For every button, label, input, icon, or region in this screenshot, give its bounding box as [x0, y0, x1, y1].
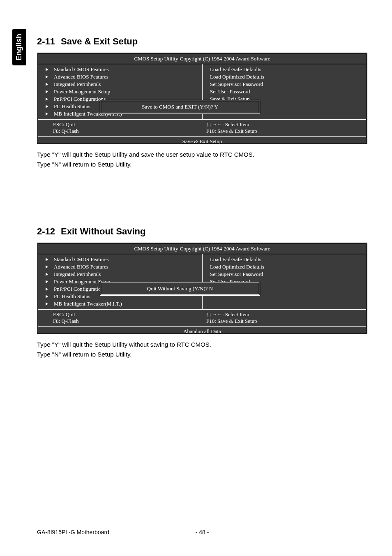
section-title-2-12: 2-12Exit Without Saving	[37, 226, 367, 237]
menu-label: Load Fail-Safe Defaults	[210, 66, 261, 73]
menu-label: Set Supervisor Password	[210, 81, 263, 88]
bullet-icon	[46, 112, 48, 116]
arrows-select-hint: ↑↓→←: Select Item	[206, 121, 362, 128]
bios-screenshot-1: CMOS Setup Utility-Copyright (C) 1984-20…	[37, 53, 367, 144]
menu-label: Set Supervisor Password	[210, 271, 263, 278]
f8-qflash-hint: F8: Q-Flash	[53, 318, 198, 324]
explain-text-2a: Type "Y" will quit the Setup Utility wit…	[37, 340, 367, 350]
bios-footer-right: ↑↓→←: Select Item F10: Save & Exit Setup	[202, 120, 366, 136]
dialog-text: Save to CMOS and EXIT (Y/N)? Y	[142, 104, 218, 110]
menu-label: Power Management Setup	[54, 88, 110, 95]
menu-item-mb-tweaker[interactable]: MB Intelligent Tweaker(M.I.T.)	[38, 300, 202, 308]
menu-label: Standard CMOS Features	[54, 66, 109, 73]
bullet-icon	[46, 83, 48, 86]
bullet-icon	[46, 295, 48, 298]
esc-quit-hint: ESC: Quit	[53, 311, 198, 318]
menu-label: Integrated Peripherals	[54, 271, 101, 278]
section-num: 2-12	[37, 226, 55, 236]
bullet-icon	[46, 287, 48, 291]
footer-product-name: GA-8I915PL-G Motherboard	[37, 529, 196, 535]
f10-save-hint: F10: Save & Exit Setup	[206, 128, 362, 134]
arrows-select-hint: ↑↓→←: Select Item	[206, 311, 362, 318]
explain-text-2b: Type "N" will return to Setup Utility.	[37, 350, 367, 359]
footer-right-spacer	[209, 529, 367, 535]
menu-item-fail-safe[interactable]: Load Fail-Safe Defaults	[203, 256, 366, 263]
bios-title-bar: CMOS Setup Utility-Copyright (C) 1984-20…	[38, 244, 366, 254]
bullet-icon	[46, 105, 48, 108]
menu-item-advanced-bios[interactable]: Advanced BIOS Features	[38, 263, 202, 271]
bullet-icon	[46, 75, 48, 79]
menu-item-fail-safe[interactable]: Load Fail-Safe Defaults	[203, 66, 366, 73]
bullet-icon	[46, 90, 48, 93]
menu-item-supervisor-pass[interactable]: Set Supervisor Password	[203, 81, 366, 88]
save-exit-dialog[interactable]: Save to CMOS and EXIT (Y/N)? Y	[100, 100, 260, 114]
footer-page-number: - 48 -	[196, 529, 209, 535]
menu-label: Load Optimized Defaults	[210, 74, 264, 80]
bullet-icon	[46, 97, 48, 101]
bios-footer-left: ESC: Quit F8: Q-Flash	[38, 120, 202, 136]
bios-status-bar: Abandon all Data	[38, 326, 366, 336]
menu-item-optimized[interactable]: Load Optimized Defaults	[203, 73, 366, 81]
menu-item-standard-cmos[interactable]: Standard CMOS Features	[38, 256, 202, 263]
menu-label: Load Optimized Defaults	[210, 264, 264, 270]
bullet-icon	[46, 273, 48, 276]
bios-screenshot-2: CMOS Setup Utility-Copyright (C) 1984-20…	[37, 243, 367, 334]
explain-text-1b: Type "N" will return to Setup Utility.	[37, 160, 367, 169]
menu-label: Standard CMOS Features	[54, 256, 109, 263]
menu-label: Set User Password	[210, 88, 250, 95]
section-num: 2-11	[37, 36, 55, 46]
menu-label: Advanced BIOS Features	[54, 74, 108, 80]
quit-without-saving-dialog[interactable]: Quit Without Saving (Y/N)? N	[100, 282, 260, 296]
menu-item-advanced-bios[interactable]: Advanced BIOS Features	[38, 73, 202, 81]
menu-item-standard-cmos[interactable]: Standard CMOS Features	[38, 66, 202, 73]
section-heading-text: Save & Exit Setup	[61, 36, 138, 46]
menu-label: MB Intelligent Tweaker(M.I.T.)	[54, 301, 122, 307]
menu-item-user-pass[interactable]: Set User Password	[203, 88, 366, 95]
menu-item-power-management[interactable]: Power Management Setup	[38, 88, 202, 95]
explain-text-1a: Type "Y" will quit the Setup Utility and…	[37, 150, 367, 160]
bios-title-bar: CMOS Setup Utility-Copyright (C) 1984-20…	[38, 54, 366, 64]
menu-label: PnP/PCI Configurations	[54, 96, 106, 102]
bios-footer-keys: ESC: Quit F8: Q-Flash ↑↓→←: Select Item …	[38, 310, 366, 326]
menu-item-integrated-peripherals[interactable]: Integrated Peripherals	[38, 271, 202, 278]
bios-footer-left: ESC: Quit F8: Q-Flash	[38, 310, 202, 326]
menu-item-supervisor-pass[interactable]: Set Supervisor Password	[203, 271, 366, 278]
f8-qflash-hint: F8: Q-Flash	[53, 128, 198, 134]
page-footer: GA-8I915PL-G Motherboard - 48 -	[37, 527, 367, 535]
menu-label: PC Health Status	[54, 103, 90, 110]
bullet-icon	[46, 280, 48, 283]
menu-label: Load Fail-Safe Defaults	[210, 256, 261, 263]
bullet-icon	[46, 68, 48, 71]
menu-item-integrated-peripherals[interactable]: Integrated Peripherals	[38, 81, 202, 88]
bullet-icon	[46, 302, 48, 306]
page-content: 2-11Save & Exit Setup CMOS Setup Utility…	[0, 0, 392, 359]
bios-footer-right: ↑↓→←: Select Item F10: Save & Exit Setup	[202, 310, 366, 326]
section-heading-text: Exit Without Saving	[61, 226, 145, 236]
dialog-text: Quit Without Saving (Y/N)? N	[147, 285, 213, 292]
esc-quit-hint: ESC: Quit	[53, 121, 198, 128]
menu-label: Advanced BIOS Features	[54, 264, 108, 270]
menu-label: PC Health Status	[54, 293, 90, 300]
bullet-icon	[46, 258, 48, 261]
menu-label: PnP/PCI Configurations	[54, 286, 106, 292]
section-title-2-11: 2-11Save & Exit Setup	[37, 36, 367, 47]
menu-label: Integrated Peripherals	[54, 81, 101, 88]
bios-footer-keys: ESC: Quit F8: Q-Flash ↑↓→←: Select Item …	[38, 120, 366, 136]
bios-status-bar: Save & Exit Setup	[38, 136, 366, 146]
menu-item-optimized[interactable]: Load Optimized Defaults	[203, 263, 366, 271]
spacer	[37, 169, 367, 215]
bullet-icon	[46, 265, 48, 269]
f10-save-hint: F10: Save & Exit Setup	[206, 318, 362, 324]
